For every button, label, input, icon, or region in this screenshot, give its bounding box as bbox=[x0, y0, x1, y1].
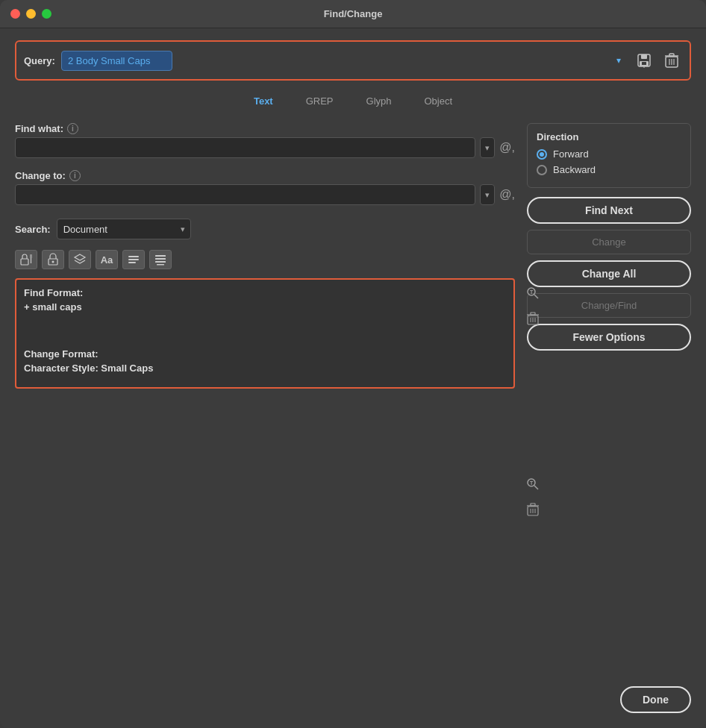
change-format-value: Character Style: Small Caps bbox=[24, 363, 506, 374]
close-button[interactable] bbox=[10, 9, 20, 19]
locked-layers-icon[interactable] bbox=[42, 250, 64, 269]
find-what-special-chars[interactable]: @, bbox=[499, 141, 515, 154]
query-select[interactable]: 2 Body Small Caps bbox=[61, 51, 172, 71]
right-panel: Direction Forward Backward Find Next Cha… bbox=[527, 123, 691, 668]
query-label: Query: bbox=[24, 55, 55, 66]
query-delete-button[interactable] bbox=[661, 49, 682, 72]
svg-rect-19 bbox=[155, 255, 166, 257]
search-select-wrapper: Document Story Selection All Documents bbox=[57, 219, 191, 239]
change-format-search-button[interactable]: T bbox=[522, 474, 543, 495]
window: Find/Change Query: 2 Body Small Caps bbox=[0, 0, 706, 728]
svg-line-24 bbox=[534, 295, 538, 298]
main-body: Find what: i ▾ @, Change to: i bbox=[15, 123, 691, 668]
radio-backward-label: Backward bbox=[553, 164, 596, 175]
find-what-label: Find what: i bbox=[15, 123, 515, 134]
change-to-dropdown[interactable]: ▾ bbox=[480, 184, 495, 205]
save-icon bbox=[636, 52, 652, 69]
find-what-dropdown[interactable]: ▾ bbox=[480, 137, 495, 158]
change-format-section: Change Format: Character Style: Small Ca… bbox=[24, 348, 506, 374]
change-find-button: Change/Find bbox=[527, 293, 691, 318]
svg-marker-15 bbox=[75, 254, 85, 260]
find-format-actions: T bbox=[522, 283, 543, 329]
change-all-button[interactable]: Change All bbox=[527, 260, 691, 287]
query-select-wrapper: 2 Body Small Caps bbox=[61, 51, 627, 71]
direction-title: Direction bbox=[537, 131, 681, 142]
change-to-section: Change to: i ▾ @, bbox=[15, 170, 515, 205]
bottom-row: Done bbox=[15, 680, 691, 713]
svg-text:T: T bbox=[530, 289, 534, 295]
change-format-actions: T bbox=[522, 474, 543, 520]
svg-rect-20 bbox=[155, 258, 166, 260]
svg-rect-21 bbox=[155, 261, 166, 263]
radio-backward[interactable]: Backward bbox=[537, 164, 681, 175]
find-what-info-icon[interactable]: i bbox=[67, 123, 78, 134]
find-what-input-row: ▾ @, bbox=[15, 137, 515, 158]
find-format-value: + small caps bbox=[24, 301, 506, 313]
find-format-search-button[interactable]: T bbox=[522, 283, 543, 304]
find-next-button[interactable]: Find Next bbox=[527, 197, 691, 224]
radio-backward-circle bbox=[537, 165, 547, 175]
content-area: Query: 2 Body Small Caps bbox=[0, 28, 706, 728]
svg-rect-17 bbox=[128, 259, 139, 260]
font-size-icon[interactable]: Aa bbox=[96, 250, 118, 269]
fewer-options-button[interactable]: Fewer Options bbox=[527, 324, 691, 351]
direction-box: Direction Forward Backward bbox=[527, 123, 691, 188]
trash-icon bbox=[664, 52, 679, 69]
svg-rect-28 bbox=[531, 313, 535, 315]
radio-forward-label: Forward bbox=[553, 148, 589, 160]
radio-forward[interactable]: Forward bbox=[537, 148, 681, 160]
tab-object[interactable]: Object bbox=[410, 91, 468, 111]
titlebar: Find/Change bbox=[0, 0, 706, 28]
svg-rect-37 bbox=[531, 503, 535, 506]
find-format-clear-button[interactable] bbox=[522, 308, 543, 329]
find-what-input[interactable] bbox=[15, 137, 475, 158]
radio-forward-circle bbox=[537, 149, 547, 160]
svg-line-33 bbox=[534, 486, 538, 489]
search-row: Search: Document Story Selection All Doc… bbox=[15, 219, 515, 239]
svg-rect-10 bbox=[21, 259, 28, 265]
find-what-section: Find what: i ▾ @, bbox=[15, 123, 515, 158]
query-row: Query: 2 Body Small Caps bbox=[15, 40, 691, 81]
find-format-section: Find Format: + small caps bbox=[24, 287, 506, 313]
tab-text[interactable]: Text bbox=[239, 91, 288, 111]
paragraph-icon[interactable] bbox=[122, 250, 145, 269]
svg-rect-3 bbox=[642, 62, 646, 65]
svg-rect-6 bbox=[669, 54, 674, 56]
lock-layers-icon[interactable] bbox=[15, 250, 37, 269]
change-to-input-row: ▾ @, bbox=[15, 184, 515, 205]
svg-text:T: T bbox=[530, 480, 534, 486]
tabs: Text GREP Glyph Object bbox=[15, 91, 691, 111]
left-panel: Find what: i ▾ @, Change to: i bbox=[15, 123, 515, 668]
change-to-special-chars[interactable]: @, bbox=[499, 188, 515, 201]
format-outer: Find Format: + small caps Change Format:… bbox=[15, 278, 515, 668]
change-to-info-icon[interactable]: i bbox=[69, 170, 81, 181]
done-button[interactable]: Done bbox=[620, 686, 691, 713]
format-box: Find Format: + small caps Change Format:… bbox=[15, 278, 515, 389]
maximize-button[interactable] bbox=[42, 9, 51, 19]
svg-point-14 bbox=[52, 261, 54, 263]
minimize-button[interactable] bbox=[26, 9, 36, 19]
query-save-button[interactable] bbox=[633, 49, 655, 72]
find-format-label: Find Format: bbox=[24, 287, 506, 298]
svg-rect-18 bbox=[128, 262, 136, 263]
window-controls bbox=[10, 9, 51, 19]
svg-rect-11 bbox=[30, 254, 32, 258]
change-format-clear-button[interactable] bbox=[522, 499, 543, 520]
svg-rect-22 bbox=[157, 264, 164, 266]
search-label: Search: bbox=[15, 224, 51, 235]
layers-icon[interactable] bbox=[69, 250, 91, 269]
tab-glyph[interactable]: Glyph bbox=[352, 91, 407, 111]
tab-grep[interactable]: GREP bbox=[291, 91, 349, 111]
window-title: Find/Change bbox=[324, 8, 383, 19]
change-button: Change bbox=[527, 230, 691, 254]
change-to-input[interactable] bbox=[15, 184, 475, 205]
align-icon[interactable] bbox=[149, 250, 172, 269]
change-format-label: Change Format: bbox=[24, 348, 506, 360]
search-select[interactable]: Document Story Selection All Documents bbox=[57, 219, 191, 239]
svg-rect-16 bbox=[128, 256, 139, 257]
svg-rect-1 bbox=[641, 54, 647, 59]
toolbar-icons: Aa bbox=[15, 250, 515, 269]
change-to-label: Change to: i bbox=[15, 170, 515, 181]
